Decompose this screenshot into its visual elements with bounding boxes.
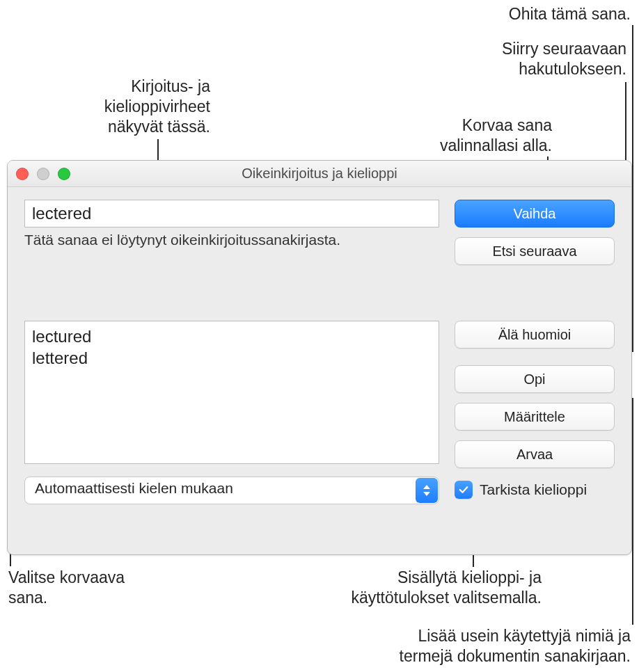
- callout-add-terms: Lisää usein käytettyjä nimiä ja termejä …: [400, 626, 631, 666]
- guess-button[interactable]: Arvaa: [455, 440, 615, 468]
- find-next-button[interactable]: Etsi seuraava: [455, 237, 615, 265]
- leader-line: [632, 25, 633, 352]
- checkmark-icon: [457, 483, 470, 496]
- leader-line: [632, 398, 633, 625]
- suggestion-item[interactable]: lettered: [32, 347, 432, 369]
- callout-find-next: Siirry seuraavaan hakutulokseen.: [502, 39, 626, 79]
- callout-ignore: Ohita tämä sana.: [509, 4, 631, 24]
- misspelled-word-input[interactable]: [24, 200, 439, 227]
- language-select[interactable]: Automaattisesti kielen mukaan: [24, 477, 439, 504]
- learn-button[interactable]: Opi: [455, 365, 615, 393]
- suggestions-list[interactable]: lectured lettered: [24, 321, 439, 464]
- not-found-message: Tätä sanaa ei löytynyt oikeinkirjoitussa…: [24, 232, 439, 248]
- check-grammar-checkbox[interactable]: [455, 481, 473, 499]
- window-title: Oikeinkirjoitus ja kielioppi: [8, 166, 631, 182]
- callout-choose-replacement: Valitse korvaava sana.: [8, 568, 125, 608]
- spelling-grammar-dialog: Oikeinkirjoitus ja kielioppi Tätä sanaa …: [7, 160, 632, 555]
- define-button[interactable]: Määrittele: [455, 403, 615, 431]
- check-grammar-label: Tarkista kielioppi: [480, 481, 587, 498]
- suggestion-item[interactable]: lectured: [32, 326, 432, 347]
- dialog-content: Tätä sanaa ei löytynyt oikeinkirjoitussa…: [8, 187, 631, 554]
- change-button[interactable]: Vaihda: [455, 200, 615, 227]
- ignore-button[interactable]: Älä huomioi: [455, 321, 615, 349]
- callout-include-grammar: Sisällytä kielioppi- ja käyttötulokset v…: [351, 568, 542, 608]
- titlebar: Oikeinkirjoitus ja kielioppi: [8, 161, 631, 187]
- callout-replace: Korvaa sana valinnallasi alla.: [440, 115, 552, 156]
- callout-errors-here: Kirjoitus- ja kielioppivirheet näkyvät t…: [104, 77, 210, 136]
